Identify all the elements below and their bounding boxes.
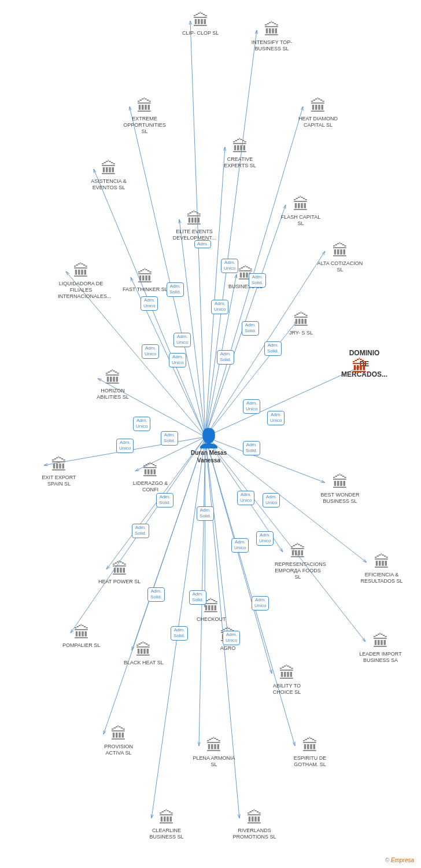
company-label-exit-export: EXIT EXPORT SPAIN SL	[36, 475, 82, 487]
company-node-intensify: 🏛INTENSIFY TOP- BUSINESS SL	[249, 22, 295, 52]
company-node-liderazgo: 🏛LIDERAZGO & CONFI	[127, 463, 173, 493]
company-label-leader-import: LEADER IMPORT BUSINESS SA	[357, 651, 404, 664]
adm-badge-adm6[interactable]: Adm.Unico	[211, 300, 228, 314]
adm-badge-adm23[interactable]: Adm.Unico	[263, 493, 280, 507]
company-node-riverlands: 🏛RIVERLANDS PROMOTIONS SL	[231, 810, 278, 840]
company-node-extreme: 🏛EXTREME OPPORTUNITIES SL	[121, 98, 168, 134]
copyright-footer: © Empresa	[385, 857, 414, 863]
adm-badge-adm2[interactable]: Adm.Unico	[221, 259, 238, 273]
company-node-flash-capital: 🏛FLASH CAPITAL SL	[278, 197, 324, 227]
center-person-node: 👤 Duran MesasVanessa	[191, 427, 227, 464]
building-icon-ability: 🏛	[279, 665, 295, 682]
adm-badge-adm3[interactable]: Adm.Solid.	[249, 273, 266, 288]
adm-badge-adm18[interactable]: Adm.Unico	[116, 439, 134, 453]
company-node-dominio: 🏛	[352, 359, 368, 375]
building-icon-provision: 🏛	[110, 726, 127, 742]
company-node-fast-thinker: 🏛FAST THINKER SL	[123, 269, 168, 293]
building-icon-riverlands: 🏛	[246, 810, 263, 826]
company-label-representacions: REPRESENTACIONS EMPORДА FOODS SL	[275, 561, 321, 580]
building-icon-extreme: 🏛	[136, 98, 153, 115]
building-icon-exit-export: 🏛	[51, 457, 67, 473]
building-icon-black-heat: 🏛	[135, 642, 152, 659]
company-label-horizon: HORIZON ABILITIES SL	[90, 388, 136, 400]
company-label-agro: AGRO	[220, 645, 236, 652]
company-node-heat-power: 🏛HEAT POWER SL	[98, 561, 141, 585]
adm-badge-adm11[interactable]: Adm.Unico	[142, 344, 159, 359]
building-icon-fast-thinker: 🏛	[137, 269, 153, 285]
building-icon-liquidadora: 🏛	[73, 263, 89, 279]
company-node-asistencia: 🏛ASISTENCIA & EVENTOS SL	[86, 161, 132, 191]
company-label-provision: PROVISION ACTIVA SL	[95, 744, 142, 756]
company-label-heat-power: HEAT POWER SL	[98, 579, 141, 585]
adm-badge-adm8[interactable]: Adm.Unico	[173, 333, 191, 347]
building-icon-heat-power: 🏛	[112, 561, 128, 578]
building-icon-flash-capital: 🏛	[293, 197, 309, 213]
company-node-liquidadora: 🏛LIQUIDADORA DE FILIALES INTERNACIONALES…	[58, 263, 104, 299]
company-label-liquidadora: LIQUIDADORA DE FILIALES INTERNACIONALES.…	[58, 281, 104, 299]
building-icon-plena-armonia: 🏛	[206, 738, 222, 754]
adm-badge-adm12[interactable]: Adm.Unico	[169, 353, 186, 367]
company-label-asistencia: ASISTENCIA & EVENTOS SL	[86, 178, 132, 191]
adm-badge-adm10[interactable]: Adm.Solid.	[217, 350, 234, 365]
adm-badge-adm21[interactable]: Adm.Solid.	[132, 524, 149, 538]
company-label-elite: ELITE EVENTS DEVELOPMENT...	[171, 229, 217, 241]
building-icon-clearline: 🏛	[158, 810, 175, 826]
company-label-riverlands: RIVERLANDS PROMOTIONS SL	[231, 827, 278, 840]
company-label-checkout: CHECKOUT	[197, 616, 226, 623]
company-node-eficiencia: 🏛EFICIENCIA & RESULTADOS SL	[359, 554, 405, 584]
company-node-ability: 🏛ABILITY TO CHOICE SL	[264, 665, 310, 696]
company-label-creative: CREATIVE EXPERTS SL	[217, 156, 263, 169]
company-label-eficiencia: EFICIENCIA & RESULTADOS SL	[359, 572, 405, 584]
building-icon-espiritu: 🏛	[302, 738, 318, 754]
company-node-alta-cotizacion: 🏛ALTA COTIZACION SL	[317, 243, 363, 273]
adm-badge-adm4[interactable]: Adm.Solid.	[167, 282, 184, 297]
adm-badge-adm28[interactable]: Adm.Unico	[252, 596, 269, 610]
adm-badge-adm14[interactable]: Adm.Unico	[267, 411, 285, 425]
adm-badge-adm5[interactable]: Adm.Unico	[141, 296, 158, 311]
person-label: Duran MesasVanessa	[191, 449, 227, 464]
company-label-plena-armonia: PLENA ARMONIA SL	[191, 755, 237, 768]
company-node-representacions: 🏛REPRESENTACIONS EMPORДА FOODS SL	[275, 544, 321, 580]
company-label-liderazgo: LIDERAZGO & CONFI	[127, 480, 173, 493]
company-label-clearline: CLEARLINE BUSINESS SL	[143, 827, 190, 840]
company-node-pompalier: 🏛POMPALIER SL	[62, 625, 100, 649]
company-node-heat-diamond: 🏛HEAT DIAMOND CAPITAL SL	[295, 98, 341, 128]
adm-badge-adm7[interactable]: Adm.Solid.	[242, 321, 259, 336]
adm-badge-adm13[interactable]: Adm.Unico	[243, 399, 260, 414]
adm-badge-adm16[interactable]: Adm.Solid.	[161, 431, 178, 446]
company-label-extreme: EXTREME OPPORTUNITIES SL	[121, 116, 168, 134]
company-label-pompalier: POMPALIER SL	[62, 642, 100, 649]
adm-badge-adm27[interactable]: Adm.Solid.	[189, 590, 206, 605]
company-label-flash-capital: FLASH CAPITAL SL	[278, 214, 324, 227]
company-node-creative: 🏛CREATIVE EXPERTS SL	[217, 139, 263, 169]
adm-badge-adm29[interactable]: Adm.Solid.	[171, 626, 188, 641]
adm-badge-adm1[interactable]: Adm.	[194, 240, 211, 248]
building-icon-elite: 🏛	[186, 211, 202, 227]
building-icon-intensify: 🏛	[264, 22, 280, 38]
adm-badge-adm22[interactable]: Adm.Unico	[237, 491, 254, 505]
adm-badge-adm15[interactable]: Adm.Unico	[133, 417, 150, 431]
company-node-leader-import: 🏛LEADER IMPORT BUSINESS SA	[357, 634, 404, 664]
adm-badge-adm30[interactable]: Adm.Unico	[223, 631, 240, 645]
company-label-intensify: INTENSIFY TOP- BUSINESS SL	[249, 39, 295, 52]
building-icon-heat-diamond: 🏛	[310, 98, 326, 115]
adm-badge-adm9[interactable]: Adm.Solid.	[264, 341, 282, 356]
adm-badge-adm24[interactable]: Adm.Unico	[231, 538, 249, 553]
company-node-exit-export: 🏛EXIT EXPORT SPAIN SL	[36, 457, 82, 487]
adm-badge-adm25[interactable]: Adm.Unico	[256, 531, 274, 546]
company-node-jry-s: 🏛JRY- S SL	[289, 312, 313, 336]
company-label-best-wonder: BEST WONDER BUSINESS SL	[317, 492, 363, 505]
adm-badge-adm20[interactable]: Adm.Solid.	[197, 506, 214, 521]
building-icon-leader-import: 🏛	[372, 634, 389, 650]
adm-badge-adm17[interactable]: Adm.Solid.	[243, 441, 260, 455]
building-icon-representacions: 🏛	[290, 544, 306, 560]
company-label-clip-clop: CLIP- CLOP SL	[182, 30, 219, 36]
building-icon-creative: 🏛	[232, 139, 248, 155]
building-icon-pompalier: 🏛	[73, 625, 90, 641]
company-label-ability: ABILITY TO CHOICE SL	[264, 683, 310, 696]
building-icon-dominio: 🏛	[352, 359, 368, 375]
adm-badge-adm26[interactable]: Adm.Solid.	[147, 587, 165, 602]
company-label-espiritu: ESPIRITU DE GOTHAM. SL	[287, 755, 333, 768]
adm-badge-adm19[interactable]: Adm.Solid.	[156, 493, 173, 507]
person-icon: 👤	[197, 427, 220, 449]
